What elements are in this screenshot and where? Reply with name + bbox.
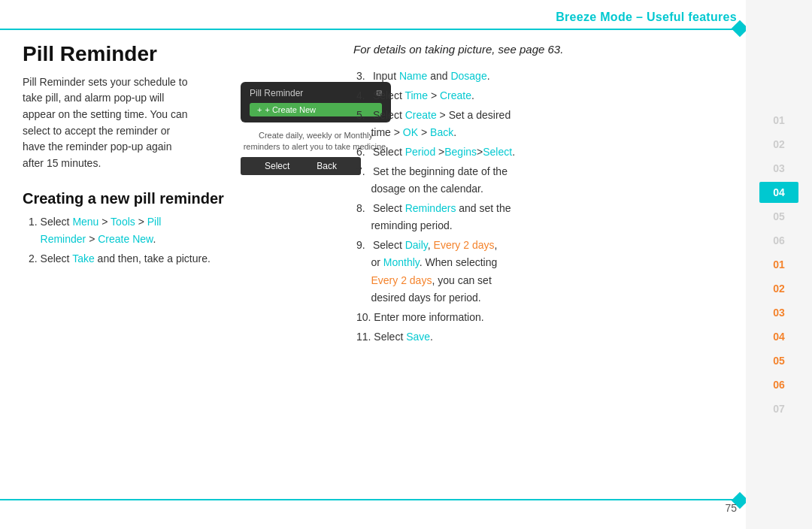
bottom-decorative-line xyxy=(0,499,744,500)
sidebar-item-05: 05 xyxy=(759,350,798,371)
step-1-gt1: > xyxy=(98,216,111,228)
plus-icon: + xyxy=(257,105,262,114)
right-step-3: 3. Input Name and Dosage. xyxy=(353,68,737,85)
step-1-period: . xyxy=(153,233,156,245)
dosage-highlight: Dosage xyxy=(450,70,486,82)
select-highlight: Select xyxy=(483,146,512,158)
sidebar-item-02: 02 xyxy=(759,134,798,155)
select-back-bar: Select Back xyxy=(241,157,361,175)
ok-highlight: OK xyxy=(403,126,418,138)
list-item-2: 2. Select Take and then, take a picture. xyxy=(23,250,338,267)
back-highlight: Back xyxy=(430,126,453,138)
every2days-highlight-1: Every 2 days xyxy=(434,239,495,251)
right-step-5: 5. Select Create > Set a desired time > … xyxy=(353,107,737,141)
reminders-highlight: Reminders xyxy=(405,202,456,214)
step-2-take: Take xyxy=(72,252,95,264)
sidebar-item-01: 01 xyxy=(759,254,798,275)
time-highlight: Time xyxy=(404,89,428,101)
sidebar-item-03: 03 xyxy=(759,158,798,179)
step-1-num: 1. Select xyxy=(29,216,72,228)
select-label: Select xyxy=(265,161,289,171)
right-step-8: 8. Select Reminders and set the remindin… xyxy=(353,200,737,234)
sidebar-item-05: 05 xyxy=(759,206,798,227)
section-title: Creating a new pill reminder xyxy=(23,190,338,207)
italic-note-text: For details on taking picture, see page … xyxy=(353,43,563,56)
daily-highlight: Daily xyxy=(405,239,428,251)
page-number: 75 xyxy=(725,502,737,514)
create-highlight-5: Create xyxy=(405,109,437,121)
step-2-num: 2. Select xyxy=(29,252,72,264)
device-app-title: Pill Reminder xyxy=(250,88,303,98)
list-item-1: 1. Select Menu > Tools > Pill Reminder >… xyxy=(23,213,338,247)
right-step-4: 4. Select Time > Create. xyxy=(353,87,737,104)
main-content: Pill Reminder Pill Reminder sets your sc… xyxy=(23,41,737,488)
sidebar-item-02: 02 xyxy=(759,278,798,299)
right-step-7: 7. Set the beginning date of the dosage … xyxy=(353,163,737,198)
create-new-label: + Create New xyxy=(265,105,316,114)
right-column: For details on taking picture, see page … xyxy=(353,41,737,488)
back-label: Back xyxy=(317,161,337,171)
monthly-highlight: Monthly xyxy=(383,256,420,268)
begins-highlight: Begins xyxy=(444,146,477,158)
main-title: Pill Reminder xyxy=(23,41,338,67)
intro-section: Pill Reminder sets your schedule to take… xyxy=(23,74,338,180)
step-1-tools: Tools xyxy=(111,216,135,228)
period-highlight: Period xyxy=(405,146,435,158)
top-decorative-line xyxy=(0,29,744,30)
step-2-rest: and then, take a picture. xyxy=(95,252,211,264)
italic-note: For details on taking picture, see page … xyxy=(353,41,737,59)
step-1-gt2: > xyxy=(135,216,147,228)
sidebar-item-04: 04 xyxy=(759,326,798,347)
sidebar-item-03: 03 xyxy=(759,302,798,323)
chapter-sidebar: 01020304050601020304050607 xyxy=(746,0,812,529)
sidebar-item-04: 04 xyxy=(759,182,798,203)
sidebar-item-06: 06 xyxy=(759,374,798,395)
sidebar-item-06: 06 xyxy=(759,230,798,251)
page-header-title: Breeze Mode – Useful features xyxy=(556,11,737,24)
right-step-11: 11. Select Save. xyxy=(353,328,737,346)
right-step-6: 6. Select Period >Begins>Select. xyxy=(353,144,737,161)
intro-text: Pill Reminder sets your schedule to take… xyxy=(23,74,188,172)
right-step-10: 10. Enter more information. xyxy=(353,309,737,326)
right-step-9: 9. Select Daily, Every 2 days, or Monthl… xyxy=(353,237,737,306)
create-highlight-4: Create xyxy=(440,89,471,101)
name-highlight: Name xyxy=(399,70,427,82)
save-highlight: Save xyxy=(406,331,430,343)
step-1-menu: Menu xyxy=(72,216,98,228)
step-1-create-new: Create New xyxy=(98,233,153,245)
every2days-highlight-2: Every 2 days xyxy=(371,274,432,286)
left-column: Pill Reminder Pill Reminder sets your sc… xyxy=(23,41,338,488)
sidebar-item-01: 01 xyxy=(759,110,798,131)
step-1-gt3: > xyxy=(86,233,98,245)
sidebar-item-07: 07 xyxy=(759,398,798,419)
